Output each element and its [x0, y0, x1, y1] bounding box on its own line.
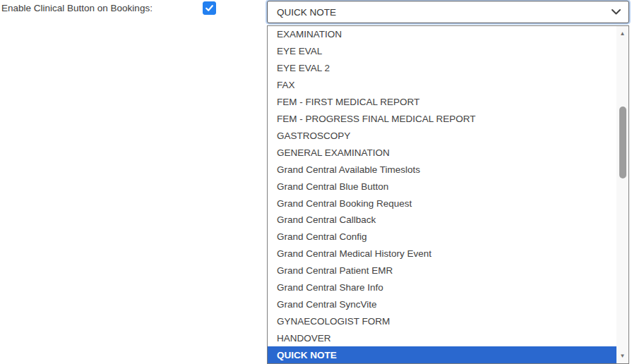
- settings-page-fragment: Enable Clinical Button on Bookings: QUIC…: [0, 0, 632, 364]
- dropdown-option[interactable]: EYE EVAL 2: [268, 60, 616, 77]
- scroll-up-icon[interactable]: ▲: [616, 28, 628, 40]
- dropdown-option[interactable]: FAX: [268, 77, 616, 94]
- dropdown-option[interactable]: Grand Central Medical History Event: [268, 245, 616, 262]
- dropdown-option[interactable]: FEM - FIRST MEDICAL REPORT: [268, 94, 616, 111]
- dropdown-option[interactable]: FEM - PROGRESS FINAL MEDICAL REPORT: [268, 111, 616, 128]
- dropdown-option[interactable]: Grand Central Share Info: [268, 279, 616, 296]
- dropdown-option[interactable]: Grand Central Available Timeslots: [268, 161, 616, 178]
- dropdown-option[interactable]: GASTROSCOPY: [268, 127, 616, 144]
- dropdown-option[interactable]: Grand Central Patient EMR: [268, 262, 616, 279]
- dropdown-option[interactable]: EYE EVAL: [268, 43, 616, 60]
- dropdown-option[interactable]: Grand Central Config: [268, 229, 616, 245]
- clinical-button-checkbox[interactable]: [203, 1, 216, 15]
- dropdown-option[interactable]: Grand Central Blue Button: [268, 178, 616, 195]
- scrollbar-thumb[interactable]: [619, 107, 626, 178]
- dropdown-option[interactable]: HANDOVER: [268, 329, 616, 346]
- dropdown-scrollbar[interactable]: ▲ ▼: [616, 26, 628, 363]
- dropdown-option[interactable]: Grand Central Booking Request: [268, 195, 616, 212]
- dropdown-option[interactable]: GENERAL EXAMINATION: [268, 144, 616, 161]
- dropdown-option[interactable]: Grand Central SyncVite: [268, 296, 616, 313]
- clinical-form-dropdown: EXAMINATIONEYE EVALEYE EVAL 2FAXFEM - FI…: [267, 25, 629, 364]
- clinical-form-select[interactable]: QUICK NOTE: [267, 1, 629, 23]
- dropdown-option[interactable]: EXAMINATION: [268, 26, 616, 43]
- scroll-down-icon[interactable]: ▼: [616, 350, 628, 362]
- enable-clinical-button-label: Enable Clinical Button on Bookings:: [1, 3, 153, 13]
- dropdown-option[interactable]: GYNAECOLOGIST FORM: [268, 313, 616, 329]
- dropdown-option[interactable]: Grand Central Callback: [268, 212, 616, 229]
- dropdown-option[interactable]: QUICK NOTE: [268, 346, 616, 363]
- select-value: QUICK NOTE: [277, 7, 611, 18]
- chevron-down-icon: [611, 8, 621, 16]
- checkmark-icon: [205, 4, 214, 13]
- dropdown-option-list: EXAMINATIONEYE EVALEYE EVAL 2FAXFEM - FI…: [268, 26, 616, 363]
